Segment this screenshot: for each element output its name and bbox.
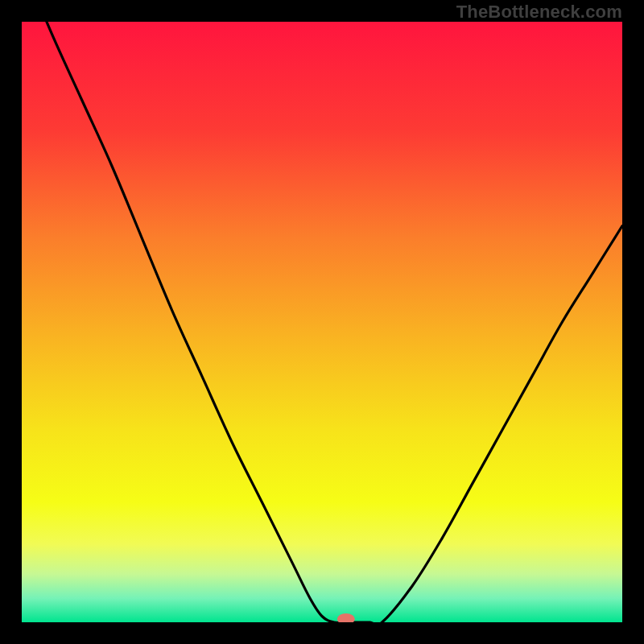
optimal-marker [337,613,355,622]
chart-frame: TheBottleneck.com [0,0,644,644]
plot-area [22,22,622,622]
watermark-text: TheBottleneck.com [456,2,622,23]
bottleneck-curve [22,22,622,622]
